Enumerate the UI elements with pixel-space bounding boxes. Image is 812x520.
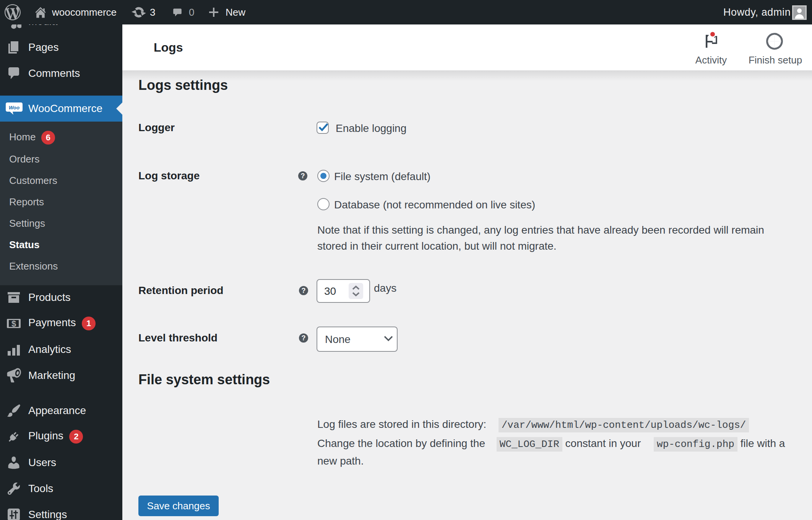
svg-text:$: $ bbox=[11, 319, 16, 328]
svg-text:Woo: Woo bbox=[9, 105, 19, 110]
